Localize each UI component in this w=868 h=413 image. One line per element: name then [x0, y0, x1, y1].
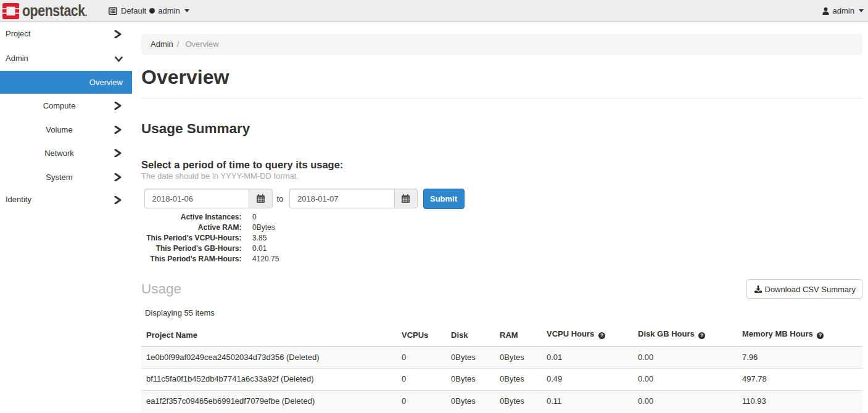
svg-text:?: ? [600, 332, 603, 338]
svg-text:?: ? [819, 332, 822, 338]
svg-text:?: ? [700, 332, 703, 338]
